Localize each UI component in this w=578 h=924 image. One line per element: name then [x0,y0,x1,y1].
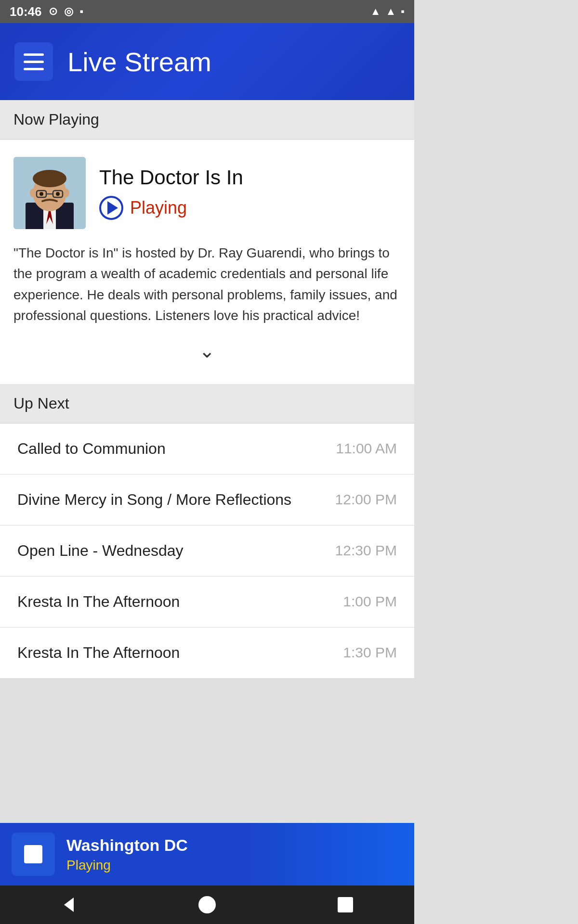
media-icon: ◎ [64,5,73,18]
now-playing-card: The Doctor Is In Playing "The Doctor is … [0,140,414,384]
schedule-title: Kresta In The Afternoon [17,593,180,611]
show-thumbnail [13,157,86,229]
header: Live Stream [0,23,414,100]
svg-rect-15 [338,897,353,912]
main-content: Now Playing [0,100,414,900]
menu-line-1 [24,53,44,56]
recents-button[interactable] [336,895,355,914]
schedule-time: 11:00 AM [336,440,397,457]
now-playing-label: Now Playing [0,100,414,140]
schedule-time: 12:30 PM [335,542,397,559]
playing-row: Playing [99,196,243,220]
up-next-list: Called to Communion 11:00 AM Divine Merc… [0,424,414,678]
svg-point-14 [198,896,216,913]
menu-line-2 [24,61,44,63]
schedule-item[interactable]: Divine Mercy in Song / More Reflections … [0,475,414,526]
schedule-time: 12:00 PM [335,491,397,508]
schedule-title: Divine Mercy in Song / More Reflections [17,491,291,509]
signal-icon: ▲ [385,5,396,18]
menu-button[interactable] [14,42,53,81]
svg-point-11 [30,189,36,197]
expand-chevron[interactable]: ⌄ [13,335,401,367]
status-bar: 10:46 ⊙ ◎ ▪ ▲ ▲ ▪ [0,0,414,23]
playing-label: Playing [130,198,187,218]
battery-full-icon: ▪ [401,5,405,18]
bottom-player: Washington DC Playing [0,823,414,886]
play-status-icon: ⊙ [49,5,57,18]
svg-marker-13 [64,898,74,912]
menu-line-3 [24,68,44,70]
svg-point-9 [39,192,43,196]
schedule-title: Open Line - Wednesday [17,542,184,560]
wifi-icon: ▲ [370,5,381,18]
up-next-label: Up Next [0,384,414,424]
stop-icon [24,845,42,863]
status-right: ▲ ▲ ▪ [370,5,405,18]
show-info: The Doctor Is In Playing [99,166,243,220]
show-header: The Doctor Is In Playing [13,157,401,229]
play-icon [99,196,123,220]
schedule-time: 1:30 PM [343,644,397,661]
page-title: Live Stream [67,46,211,77]
schedule-title: Kresta In The Afternoon [17,644,180,662]
schedule-item[interactable]: Open Line - Wednesday 12:30 PM [0,526,414,577]
player-station: Washington DC [66,836,188,855]
battery-icon: ▪ [80,5,84,18]
svg-point-12 [64,189,69,197]
nav-bar [0,886,414,924]
show-description: "The Doctor is In" is hosted by Dr. Ray … [13,243,401,326]
show-title: The Doctor Is In [99,166,243,189]
player-info: Washington DC Playing [66,836,188,873]
home-button[interactable] [197,895,217,914]
player-status: Playing [66,858,188,873]
svg-point-10 [56,192,60,196]
schedule-item[interactable]: Kresta In The Afternoon 1:30 PM [0,628,414,678]
schedule-item[interactable]: Called to Communion 11:00 AM [0,424,414,475]
schedule-time: 1:00 PM [343,593,397,610]
schedule-item[interactable]: Kresta In The Afternoon 1:00 PM [0,577,414,628]
back-button[interactable] [59,895,79,914]
schedule-title: Called to Communion [17,440,166,458]
play-triangle [107,201,118,215]
svg-point-5 [33,170,66,187]
status-time: 10:46 [10,4,42,19]
stop-button[interactable] [12,833,55,876]
status-left: 10:46 ⊙ ◎ ▪ [10,4,83,19]
